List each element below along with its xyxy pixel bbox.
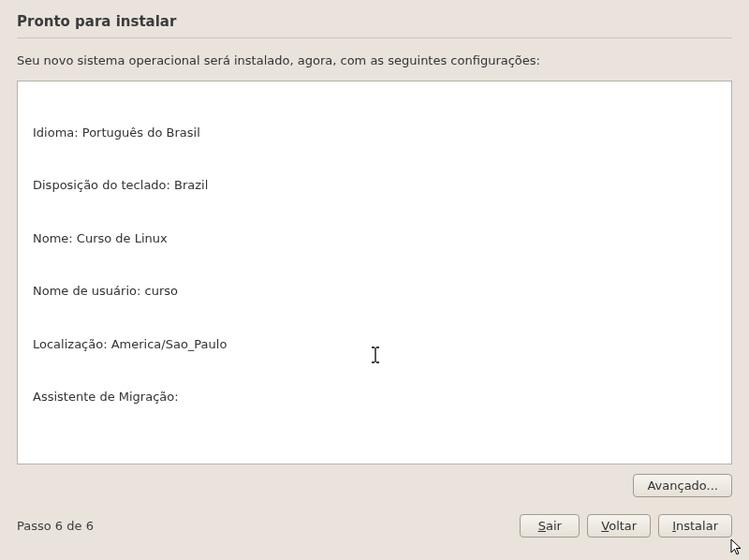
install-summary: Idioma: Português do Brasil Disposição d… (17, 81, 732, 464)
advanced-button[interactable]: Avançado... (633, 474, 732, 497)
footer-buttons: Sair Voltar Instalar (520, 514, 732, 538)
config-line: Localização: America/Sao_Paulo (27, 336, 722, 354)
config-line: Nome de usuário: curso (27, 283, 722, 301)
install-button[interactable]: Instalar (658, 514, 732, 538)
quit-button[interactable]: Sair (520, 514, 580, 538)
config-line: Disposição do teclado: Brazil (27, 177, 722, 195)
config-line: Assistente de Migração: (27, 389, 722, 406)
page-title: Pronto para instalar (17, 13, 732, 30)
divider (17, 37, 732, 38)
intro-text: Seu novo sistema operacional será instal… (17, 53, 732, 67)
config-line: Nome: Curso de Linux (27, 230, 722, 248)
back-button[interactable]: Voltar (587, 514, 651, 538)
step-indicator: Passo 6 de 6 (17, 519, 94, 533)
config-line: Idioma: Português do Brasil (27, 125, 722, 142)
